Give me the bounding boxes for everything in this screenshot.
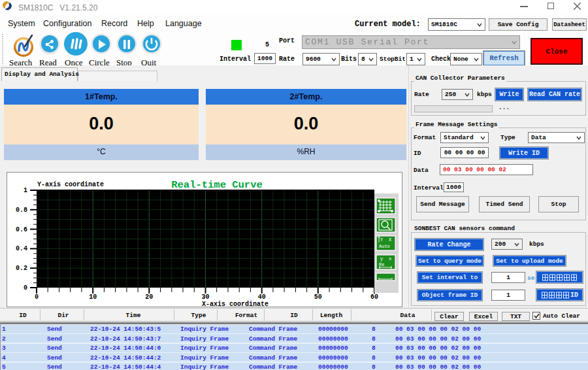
svg-text:30: 30 (201, 294, 209, 301)
svg-text:x: x (389, 256, 391, 261)
svg-text:y: y (380, 256, 383, 261)
svg-text:0: 0 (35, 294, 39, 301)
svg-text:Real-time Curve: Real-time Curve (171, 179, 263, 191)
svg-text:20: 20 (145, 294, 153, 301)
svg-text:0.6: 0.6 (16, 226, 27, 233)
svg-text:0.4: 0.4 (16, 245, 27, 252)
svg-text:Y-axis coordinate: Y-axis coordinate (37, 181, 104, 188)
svg-text:0: 0 (24, 284, 27, 292)
svg-text:1: 1 (24, 187, 27, 194)
svg-text:0.2: 0.2 (16, 265, 27, 272)
svg-text:0.8: 0.8 (16, 207, 27, 214)
svg-text:60: 60 (370, 294, 378, 301)
svg-text:Auto: Auto (379, 244, 390, 249)
svg-text:50: 50 (314, 294, 322, 301)
svg-text:10: 10 (89, 294, 97, 301)
svg-text:40: 40 (258, 294, 266, 301)
svg-text:X-axis coordinate: X-axis coordinate (202, 301, 269, 307)
